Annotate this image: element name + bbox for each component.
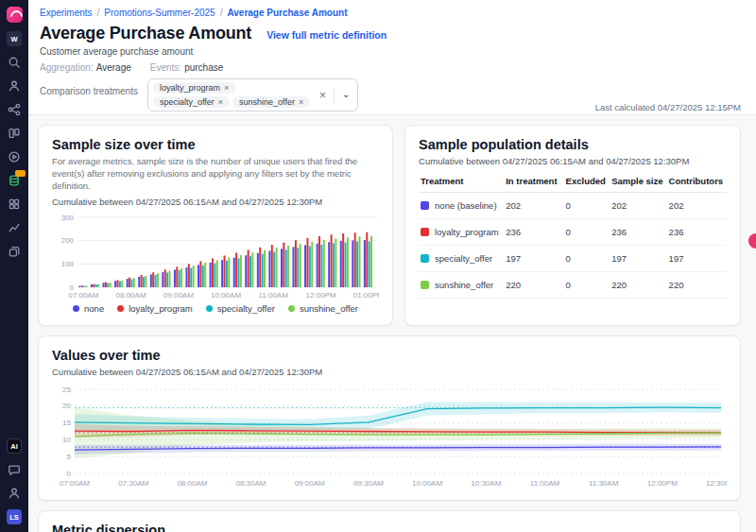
values-over-time-card: Values over time Cumulative between 04/2… bbox=[38, 335, 741, 501]
table-row: sunshine_offer 220 0 220 220 bbox=[419, 272, 727, 299]
search-icon[interactable] bbox=[7, 55, 22, 70]
sample-size-cell: 220 bbox=[611, 280, 664, 290]
col-excluded: Excluded bbox=[566, 176, 609, 186]
sample-size-cell: 236 bbox=[611, 227, 664, 237]
metric-dispersion-card: Metric dispersion Cumulative between 04/… bbox=[38, 510, 741, 532]
svg-text:08:00AM: 08:00AM bbox=[177, 479, 207, 488]
svg-text:10:00AM: 10:00AM bbox=[211, 291, 241, 300]
svg-text:09:30AM: 09:30AM bbox=[353, 479, 384, 488]
table-row: none (baseline) 202 0 202 202 bbox=[419, 193, 727, 219]
comparison-treatments-label: Comparison treatments bbox=[40, 86, 138, 96]
sample-size-cell: 197 bbox=[611, 253, 664, 264]
population-table-header: Treatment In treatment Excluded Sample s… bbox=[419, 172, 727, 193]
sample-size-chart: 010020030007:00AM08:00AM09:00AM10:00AM11… bbox=[52, 213, 379, 300]
app-logo-icon[interactable] bbox=[7, 7, 23, 23]
in-treatment-cell: 197 bbox=[506, 253, 561, 264]
legend-dot bbox=[206, 305, 213, 312]
view-metric-definition-link[interactable]: View full metric definition bbox=[266, 29, 387, 41]
excluded-cell: 0 bbox=[566, 253, 609, 264]
breadcrumb-separator: / bbox=[97, 8, 100, 18]
page-content: Sample size over time For average metric… bbox=[28, 114, 756, 532]
values-chart: 051015202507:00AM07:30AM08:00AM08:30AM09… bbox=[52, 383, 727, 489]
layers-icon[interactable] bbox=[7, 244, 22, 259]
chat-icon[interactable] bbox=[7, 462, 22, 477]
in-treatment-cell: 220 bbox=[506, 280, 561, 290]
chip-label: specialty_offer bbox=[160, 97, 215, 107]
table-row: loyalty_program 236 0 236 236 bbox=[419, 219, 727, 246]
svg-text:20: 20 bbox=[62, 403, 71, 411]
aggregation-label: Aggregation: bbox=[40, 62, 94, 73]
chip-label: sunshine_offer bbox=[239, 97, 295, 107]
excluded-cell: 0 bbox=[566, 200, 609, 211]
people-icon[interactable] bbox=[7, 78, 22, 94]
board-icon[interactable] bbox=[7, 126, 22, 141]
svg-text:10: 10 bbox=[62, 436, 71, 444]
population-table: Treatment In treatment Excluded Sample s… bbox=[419, 172, 727, 299]
contributors-cell: 236 bbox=[669, 227, 725, 237]
account-icon[interactable] bbox=[7, 486, 22, 501]
svg-text:09:00AM: 09:00AM bbox=[295, 479, 325, 488]
chip-remove-icon[interactable]: × bbox=[218, 97, 223, 107]
svg-text:0: 0 bbox=[67, 470, 72, 478]
in-treatment-cell: 236 bbox=[506, 227, 561, 237]
contributors-cell: 220 bbox=[669, 280, 725, 290]
select-divider bbox=[334, 88, 335, 103]
contributors-cell: 197 bbox=[669, 253, 725, 264]
svg-text:12:00PM: 12:00PM bbox=[306, 291, 336, 300]
chevron-down-icon[interactable]: ⌄ bbox=[339, 89, 352, 101]
svg-text:25: 25 bbox=[62, 386, 71, 394]
treatment-color-swatch bbox=[421, 228, 429, 236]
breadcrumb-experiments[interactable]: Experiments bbox=[40, 8, 93, 18]
legend-item-loyalty: loyalty_program bbox=[117, 303, 193, 314]
svg-text:10:30AM: 10:30AM bbox=[471, 479, 501, 488]
treatment-color-swatch bbox=[421, 281, 429, 289]
page-header: Experiments / Promotions-Summer-2025 / A… bbox=[28, 0, 756, 114]
user-avatar[interactable]: LS bbox=[7, 509, 22, 524]
workspace-avatar[interactable]: W bbox=[7, 31, 22, 46]
population-title: Sample population details bbox=[419, 137, 727, 152]
values-title: Values over time bbox=[52, 348, 727, 363]
treatments-multiselect[interactable]: loyalty_program × specialty_offer × suns… bbox=[147, 78, 358, 112]
excluded-cell: 0 bbox=[566, 280, 609, 290]
svg-text:11:00AM: 11:00AM bbox=[530, 479, 560, 488]
dispersion-title: Metric dispersion bbox=[52, 523, 727, 532]
treatment-color-swatch bbox=[421, 201, 429, 210]
population-table-rows: none (baseline) 202 0 202 202 loyalty_pr… bbox=[419, 193, 727, 299]
population-range: Cumulative between 04/27/2025 06:15AM an… bbox=[419, 156, 727, 166]
treatment-cell: specialty_offer bbox=[421, 253, 502, 264]
svg-text:5: 5 bbox=[67, 453, 72, 461]
contributors-cell: 202 bbox=[669, 200, 725, 211]
svg-text:12:00PM: 12:00PM bbox=[647, 479, 678, 488]
ai-assistant-icon[interactable]: AI bbox=[7, 438, 22, 454]
breadcrumb-experiment-name[interactable]: Promotions-Summer-2025 bbox=[104, 8, 215, 18]
apps-grid-icon[interactable] bbox=[7, 197, 22, 212]
svg-text:11:00AM: 11:00AM bbox=[259, 291, 289, 300]
clear-all-icon[interactable]: × bbox=[317, 89, 329, 102]
treatment-cell: sunshine_offer bbox=[421, 280, 502, 290]
breadcrumb-current: Average Purchase Amount bbox=[227, 8, 347, 18]
flows-icon[interactable] bbox=[7, 102, 22, 117]
chip-loyalty-program[interactable]: loyalty_program × bbox=[153, 82, 235, 94]
warehouse-icon[interactable] bbox=[7, 173, 22, 188]
events-value: purchase bbox=[184, 62, 223, 73]
chip-sunshine-offer[interactable]: sunshine_offer × bbox=[232, 96, 310, 108]
metric-description: Customer average purchase amount bbox=[40, 46, 741, 57]
svg-text:11:30AM: 11:30AM bbox=[589, 479, 619, 488]
breadcrumb: Experiments / Promotions-Summer-2025 / A… bbox=[40, 8, 741, 18]
chip-specialty-offer[interactable]: specialty_offer × bbox=[153, 96, 230, 108]
in-treatment-cell: 202 bbox=[506, 200, 561, 211]
last-calculated: Last calculated 04/27/2025 12:15PM bbox=[595, 102, 741, 112]
aggregation-value: Average bbox=[96, 62, 131, 73]
chip-remove-icon[interactable]: × bbox=[224, 83, 229, 93]
trends-icon[interactable] bbox=[7, 220, 22, 235]
values-range: Cumulative between 04/27/2025 06:15AM an… bbox=[52, 367, 727, 377]
pulse-icon[interactable] bbox=[7, 149, 22, 164]
events-label: Events: bbox=[150, 62, 181, 73]
svg-text:12:30PM: 12:30PM bbox=[706, 479, 727, 488]
sample-size-card: Sample size over time For average metric… bbox=[38, 125, 393, 326]
chip-remove-icon[interactable]: × bbox=[299, 97, 303, 107]
metric-meta: Aggregation:Average Events:purchase bbox=[40, 62, 741, 73]
sample-size-legend: none loyalty_program specialty_offer sun… bbox=[52, 303, 379, 314]
main-area: Experiments / Promotions-Summer-2025 / A… bbox=[28, 0, 756, 532]
svg-text:10:00AM: 10:00AM bbox=[412, 479, 442, 488]
